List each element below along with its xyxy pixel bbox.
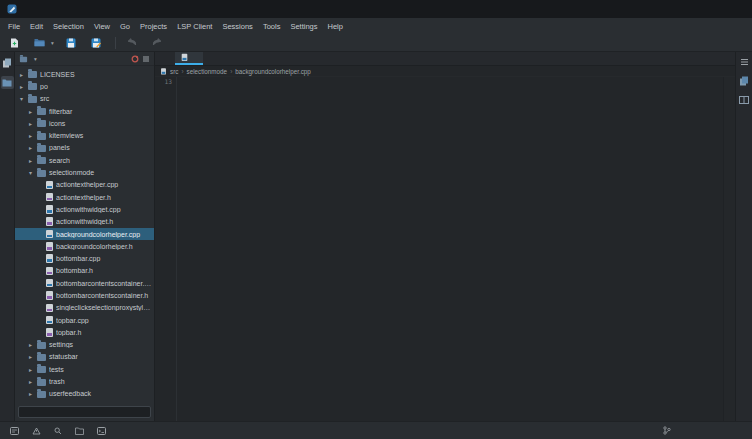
menu-item-settings[interactable]: Settings (285, 22, 322, 31)
tree-item-label: po (40, 83, 152, 90)
tree-item-label: panels (49, 144, 152, 151)
search-button[interactable] (50, 427, 69, 435)
file-icon (46, 279, 53, 288)
breadcrumb-separator: › (230, 68, 232, 75)
tree-item-search[interactable]: ▸search (15, 154, 154, 166)
tree-item-backgroundcolorhelper.h[interactable]: backgroundcolorhelper.h (15, 240, 154, 252)
tabbar (155, 52, 735, 66)
menu-item-view[interactable]: View (89, 22, 115, 31)
tree-item-filterbar[interactable]: ▸filterbar (15, 105, 154, 117)
menu-item-selection[interactable]: Selection (48, 22, 89, 31)
titlebar (0, 0, 752, 18)
history-back-icon[interactable] (155, 52, 165, 65)
tree-item-tests[interactable]: ▸tests (15, 363, 154, 375)
breadcrumb: src›selectionmode›backgroundcolorhelper.… (155, 66, 735, 77)
expand-arrow-icon[interactable]: ▸ (27, 341, 34, 348)
output-button[interactable] (6, 427, 26, 435)
collapse-arrow-icon[interactable]: ▾ (27, 169, 34, 176)
tree-item-singleclickselectionproxystyle.h[interactable]: singleclickselectionproxystyle.h (15, 302, 154, 314)
tree-item-actionwithwidget.h[interactable]: actionwithwidget.h (15, 216, 154, 228)
split-view-icon[interactable] (738, 93, 751, 106)
breadcrumb-item[interactable]: src (170, 68, 178, 75)
code-area[interactable]: 13 (155, 77, 735, 421)
redo-icon (152, 38, 162, 47)
menu-item-projects[interactable]: Projects (135, 22, 172, 31)
tree-item-userfeedback[interactable]: ▸userfeedback (15, 388, 154, 400)
tree-item-panels[interactable]: ▸panels (15, 142, 154, 154)
tree-item-po[interactable]: ▸po (15, 80, 154, 92)
tree-item-bottombarcontentscontainer.cpp[interactable]: bottombarcontentscontainer.cpp (15, 277, 154, 289)
breadcrumb-item[interactable]: backgroundcolorhelper.cpp (235, 68, 311, 75)
tabs-menu-icon[interactable] (738, 55, 751, 68)
menu-item-lsp-client[interactable]: LSP Client (172, 22, 217, 31)
tree-item-backgroundcolorhelper.cpp[interactable]: backgroundcolorhelper.cpp (15, 228, 154, 240)
tree-item-actionwithwidget.cpp[interactable]: actionwithwidget.cpp (15, 203, 154, 215)
history-forward-icon[interactable] (165, 52, 175, 65)
folder-icon (37, 108, 46, 115)
git-branch-indicator[interactable] (659, 426, 678, 435)
tab-backgroundcolorhelper[interactable] (175, 52, 203, 65)
save-as-button[interactable] (86, 36, 109, 50)
tree-item-bottombar.cpp[interactable]: bottombar.cpp (15, 252, 154, 264)
undo-button[interactable] (122, 36, 145, 49)
tree-item-statusbar[interactable]: ▸statusbar (15, 351, 154, 363)
expand-arrow-icon[interactable]: ▸ (27, 378, 34, 385)
expand-arrow-icon[interactable]: ▸ (27, 132, 34, 139)
menu-item-edit[interactable]: Edit (25, 22, 48, 31)
save-button[interactable] (61, 36, 84, 50)
tree-item-label: selectionmode (49, 169, 152, 176)
tree-item-label: singleclickselectionproxystyle.h (56, 304, 152, 311)
documents-icon[interactable] (1, 56, 14, 69)
menu-item-sessions[interactable]: Sessions (217, 22, 257, 31)
folder-icon (37, 133, 46, 140)
project-button[interactable] (71, 427, 91, 435)
tree-item-topbar.h[interactable]: topbar.h (15, 326, 154, 338)
new-document-icon (10, 38, 19, 48)
tree-item-bottombarcontentscontainer.h[interactable]: bottombarcontentscontainer.h (15, 289, 154, 301)
menu-item-go[interactable]: Go (115, 22, 135, 31)
terminal-button[interactable] (93, 427, 113, 435)
tree-item-bottombar.h[interactable]: bottombar.h (15, 265, 154, 277)
tree-item-LICENSES[interactable]: ▸LICENSES (15, 68, 154, 80)
diagnostics-icon (32, 427, 41, 435)
collapse-arrow-icon[interactable]: ▾ (18, 95, 25, 102)
tree-item-src[interactable]: ▾src (15, 93, 154, 105)
expand-arrow-icon[interactable]: ▸ (27, 353, 34, 360)
code-lines[interactable] (177, 77, 723, 421)
expand-arrow-icon[interactable]: ▸ (27, 108, 34, 115)
expand-arrow-icon[interactable]: ▸ (27, 144, 34, 151)
tree-item-settings[interactable]: ▸settings (15, 339, 154, 351)
tree-item-icons[interactable]: ▸icons (15, 117, 154, 129)
file-icon (46, 316, 53, 325)
expand-arrow-icon[interactable]: ▸ (27, 390, 34, 397)
new-button[interactable] (5, 36, 27, 50)
tree-item-topbar.cpp[interactable]: topbar.cpp (15, 314, 154, 326)
redo-button[interactable] (147, 36, 170, 49)
open-button[interactable]: ▾ (29, 36, 59, 49)
projects-icon[interactable] (1, 76, 14, 89)
search-icon (54, 427, 62, 435)
tree-item-selectionmode[interactable]: ▾selectionmode (15, 166, 154, 178)
expand-arrow-icon[interactable]: ▸ (18, 83, 25, 90)
minimap-scrollbar[interactable] (723, 77, 735, 421)
menu-item-file[interactable]: File (3, 22, 25, 31)
expand-arrow-icon[interactable]: ▸ (27, 366, 34, 373)
new-tab-button[interactable] (722, 52, 735, 65)
tree-item-trash[interactable]: ▸trash (15, 375, 154, 387)
project-reload-button[interactable] (131, 55, 139, 63)
filter-input[interactable] (18, 406, 151, 418)
diagnostics-button[interactable] (28, 427, 48, 435)
expand-arrow-icon[interactable]: ▸ (18, 71, 25, 78)
menu-item-tools[interactable]: Tools (258, 22, 286, 31)
project-selector-caret-icon[interactable]: ▾ (34, 56, 37, 62)
project-panel-header: ▾ (15, 52, 154, 66)
expand-arrow-icon[interactable]: ▸ (27, 120, 34, 127)
expand-arrow-icon[interactable]: ▸ (27, 157, 34, 164)
tree-item-actiontexthelper.cpp[interactable]: actiontexthelper.cpp (15, 179, 154, 191)
breadcrumb-item[interactable]: selectionmode (187, 68, 228, 75)
tree-item-actiontexthelper.h[interactable]: actiontexthelper.h (15, 191, 154, 203)
documents-list-icon[interactable] (738, 74, 751, 87)
tree-item-kitemviews[interactable]: ▸kitemviews (15, 129, 154, 141)
menu-item-help[interactable]: Help (323, 22, 348, 31)
project-menu-button[interactable] (142, 55, 150, 63)
